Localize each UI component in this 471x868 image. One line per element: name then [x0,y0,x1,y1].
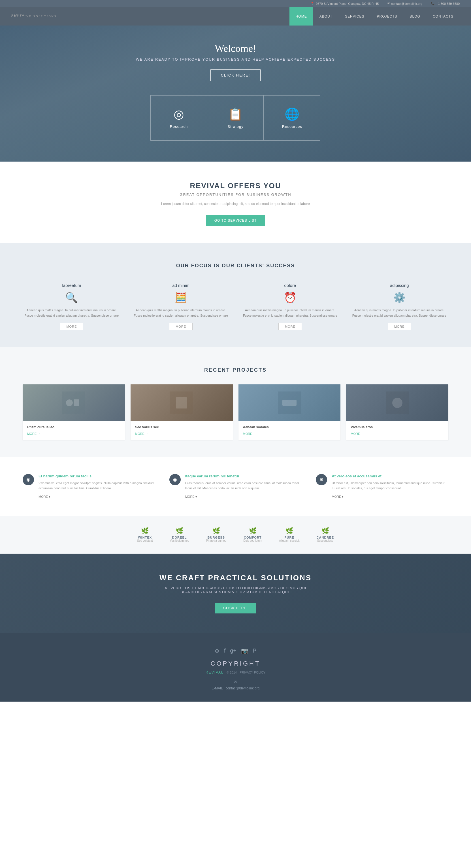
focus-item-1-text: Aenean quis mattis magna. In pulvinar in… [23,308,121,318]
feature-icon-3: ⚙ [319,477,324,482]
research-label: Research [170,124,188,129]
focus-item-1-title: laoreetum [23,283,121,288]
footer-privacy[interactable]: PRIVACY POLICY [240,671,265,674]
research-icon: ◎ [174,107,184,121]
rss-icon[interactable]: ⊕ [215,647,220,654]
footer-contact-email[interactable]: E-MAIL : contact@demolink.org [11,686,460,690]
feature-body-1: Et harum quidem rerum facilis Vivamus ve… [38,474,155,499]
nav-about[interactable]: ABOUT [313,7,339,26]
partner-name-comfort: COMFORT [243,536,262,539]
partner-name-wintex: WINTEX [137,536,153,539]
logo: Revival CREATIVE SOLUTIONS [11,15,290,18]
cta-banner-section: WE CRAFT PRACTICAL SOLUTIONS AT VERO EOS… [0,554,471,633]
features-section: ◉ Et harum quidem rerum facilis Vivamus … [0,457,471,516]
google-plus-icon[interactable]: g+ [230,647,236,654]
focus-item-4-text: Aenean quis mattis magna. In pulvinar in… [350,308,448,318]
nav-blog[interactable]: BLOG [404,7,427,26]
project-more-4[interactable]: MORE → [350,432,364,435]
partner-icon-pure: 🌿 [279,527,299,535]
focus-section: OUR FOCUS IS OUR CLIENTS' SUCCESS laoree… [0,243,471,347]
project-thumb-1 [23,384,125,421]
focus-icon-4: ⚙️ [350,292,448,304]
focus-item-4: adipiscing ⚙️ Aenean quis mattis magna. … [350,283,448,330]
partner-sub-wintex: Sed volutpat [137,539,153,542]
focus-more-2[interactable]: MORE [169,323,193,330]
topbar: 📍 9870 St Vincent Place, Glasgow, DC 45 … [0,0,471,7]
focus-more-1[interactable]: MORE [60,323,83,330]
project-more-3[interactable]: MORE → [243,432,256,435]
facebook-icon[interactable]: f [224,647,226,654]
partner-sub-burgess: Pharetra eumod [206,539,226,542]
topbar-email[interactable]: ✉ contact@demolink.org [388,2,423,5]
footer-email-icon: ✉ [11,679,460,685]
project-info-1: Etiam cursus leo MORE → [23,421,125,440]
focus-item-3: dolore ⏰ Aenean quis mattis magna. In pu… [241,283,339,330]
topbar-address: 📍 9870 St Vincent Place, Glasgow, DC 45 … [310,2,379,5]
project-info-2: Sed varius sec MORE → [131,421,233,440]
feature-link-3[interactable]: MORE ▾ [332,495,343,498]
partner-name-doreel: DOREEL [170,536,189,539]
focus-item-3-text: Aenean quis mattis magna. In pulvinar in… [241,308,339,318]
focus-item-1: laoreetum 🔍 Aenean quis mattis magna. In… [23,283,121,330]
svg-rect-4 [176,397,187,408]
project-title-2: Sed varius sec [135,425,228,429]
project-info-4: Vivamus eros MORE → [346,421,448,440]
project-card-4: Vivamus eros MORE → [346,384,448,440]
project-thumb-overlay-4 [346,384,448,421]
offers-description: Lorem ipsum dolor sit amet, consectetur … [151,201,321,207]
footer-brand-line: REVIVAL © 2014 PRIVACY POLICY [11,670,460,675]
feature-title-3: At vero eos et accusamus et [332,474,448,478]
svg-rect-2 [74,399,79,406]
hero-cta-button[interactable]: CLICK HERE! [210,69,261,81]
project-card-2: Sed varius sec MORE → [131,384,233,440]
projects-grid: Etiam cursus leo MORE → Sed varius sec M… [23,384,448,440]
strategy-icon: 📋 [228,107,243,121]
cta-button[interactable]: CLICK HERE! [215,603,256,614]
header: Revival CREATIVE SOLUTIONS HOME ABOUT SE… [0,7,471,26]
feature-icon-2: ◉ [173,477,177,482]
project-card-1: Etiam cursus leo MORE → [23,384,125,440]
project-more-1[interactable]: MORE → [27,432,40,435]
feature-link-1[interactable]: MORE ▾ [38,495,51,498]
focus-icon-2: 🧮 [132,292,230,304]
cta-title: WE CRAFT PRACTICAL SOLUTIONS [11,574,460,582]
hero-card-strategy[interactable]: 📋 Strategy [207,95,264,141]
feature-body-2: Itaque earum rerum hic tenetur Cras rhon… [185,474,302,499]
pinterest-icon[interactable]: P [253,647,256,654]
feature-icon-wrap-1: ◉ [23,474,34,485]
focus-more-3[interactable]: MORE [278,323,302,330]
project-more-2[interactable]: MORE → [135,432,148,435]
hero-card-resources[interactable]: 🌐 Resources [264,95,320,141]
svg-point-8 [392,398,402,408]
offers-cta-button[interactable]: GO TO SERVICES LIST [206,215,265,226]
topbar-phone: 📞 +1 800 559 6580 [431,2,460,5]
focus-item-2-text: Aenean quis mattis magna. In pulvinar in… [132,308,230,318]
nav-projects[interactable]: PROJECTS [371,7,404,26]
feature-icon-wrap-3: ⚙ [316,474,327,485]
partner-icon-burgess: 🌿 [206,527,226,535]
footer-social-icons: ⊕ f g+ 📷 P [11,647,460,654]
project-title-4: Vivamus eros [350,425,444,429]
focus-icon-3: ⏰ [241,292,339,304]
project-thumb-3 [238,384,341,421]
feature-link-2[interactable]: MORE ▾ [185,495,197,498]
partner-doreel: 🌿 DOREEL Vestibulum nec [170,527,189,542]
nav-contacts[interactable]: CONTACTS [427,7,460,26]
offers-title: REVIVAL OFFERS YOU [11,181,460,190]
nav-services[interactable]: SERVICES [339,7,370,26]
focus-grid: laoreetum 🔍 Aenean quis mattis magna. In… [23,283,448,330]
instagram-icon[interactable]: 📷 [241,647,248,654]
partner-icon-wintex: 🌿 [137,527,153,535]
partner-icon-candree: 🌿 [317,527,334,535]
partner-sub-candree: Suspendisse [317,539,334,542]
resources-label: Resources [282,124,302,129]
feature-icon-1: ◉ [26,477,30,482]
nav-home[interactable]: HOME [290,7,313,26]
partner-candree: 🌿 CANDREE Suspendisse [317,527,334,542]
hero-card-research[interactable]: ◎ Research [150,95,207,141]
strategy-label: Strategy [228,124,243,129]
project-title-3: Aenean sodales [243,425,336,429]
feature-title-2: Itaque earum rerum hic tenetur [185,474,302,478]
focus-more-4[interactable]: MORE [388,323,411,330]
feature-title-1: Et harum quidem rerum facilis [38,474,155,478]
